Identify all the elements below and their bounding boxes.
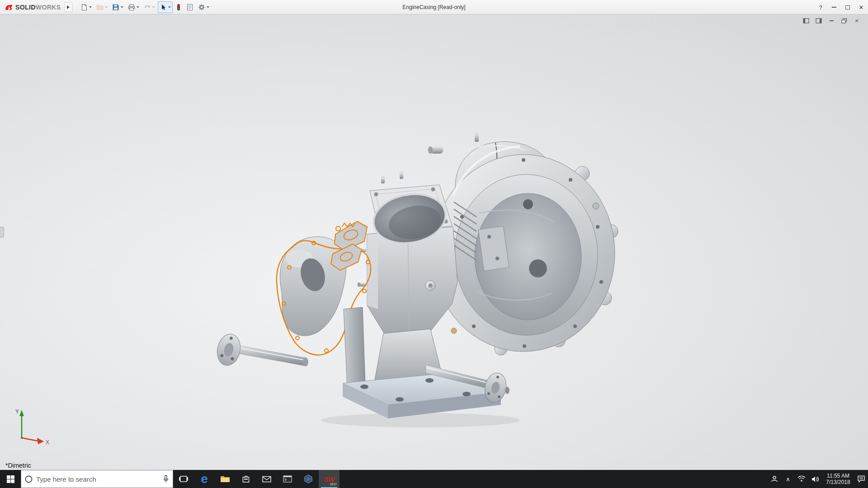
hexagon-app-icon xyxy=(304,474,313,483)
save-button[interactable] xyxy=(110,1,125,13)
brand-solid: SOLID xyxy=(15,4,36,11)
minimize-icon xyxy=(832,7,836,8)
print-button[interactable] xyxy=(126,1,141,13)
ground-shadow xyxy=(321,413,520,427)
x-axis-label: X xyxy=(46,439,49,446)
taskbar-terminal-button[interactable] xyxy=(277,470,298,488)
chevron-down-icon[interactable] xyxy=(89,6,92,8)
task-view-button[interactable] xyxy=(173,470,194,488)
orientation-triad[interactable]: Y X xyxy=(3,405,52,448)
taskbar-file-explorer-button[interactable] xyxy=(215,470,236,488)
chevron-down-icon[interactable] xyxy=(105,6,108,8)
file-properties-button[interactable] xyxy=(184,1,195,13)
options-button[interactable] xyxy=(196,1,211,13)
minimize-icon xyxy=(830,20,834,21)
mail-icon xyxy=(262,476,271,483)
y-axis-label: Y xyxy=(15,408,19,415)
sw-label: SW xyxy=(324,475,335,483)
left-shaft-part[interactable] xyxy=(214,332,308,368)
start-button[interactable] xyxy=(0,470,21,488)
save-icon xyxy=(112,4,119,11)
system-tray: ∧ 11:55 AM 7/13/2018 xyxy=(768,470,868,488)
doc-minimize-button[interactable] xyxy=(827,17,835,24)
gear-icon xyxy=(198,4,205,11)
solidworks-window: SOLIDWORKS xyxy=(0,0,868,488)
speaker-icon xyxy=(811,476,819,483)
doc-close-button[interactable]: ✕ xyxy=(853,17,861,24)
task-view-icon xyxy=(179,475,188,483)
view-orientation-label: *Dimetric xyxy=(5,462,31,469)
rebuild-button[interactable] xyxy=(174,1,184,13)
clock-date: 7/13/2018 xyxy=(823,479,854,485)
brand-text: SOLIDWORKS xyxy=(15,4,61,11)
x-axis-arrow xyxy=(37,438,44,444)
select-tool-button[interactable] xyxy=(158,1,173,13)
action-center-icon xyxy=(857,475,865,483)
open-document-button[interactable] xyxy=(94,1,109,13)
chevron-down-icon[interactable] xyxy=(152,6,155,8)
taskbar-search[interactable] xyxy=(21,470,173,488)
maximize-button[interactable] xyxy=(841,0,854,14)
new-document-icon xyxy=(80,4,88,11)
pane-left-button[interactable] xyxy=(802,17,810,24)
brand-works: WORKS xyxy=(36,4,61,11)
cursor-arrow-icon xyxy=(160,4,167,11)
document-window-controls: ✕ xyxy=(802,17,861,24)
doc-restore-button[interactable] xyxy=(840,17,848,24)
search-icon xyxy=(25,475,33,483)
ds-logo-icon xyxy=(5,4,14,11)
taskbar-solidworks-button[interactable]: SW 2017 xyxy=(319,470,340,488)
chevron-down-icon[interactable] xyxy=(137,6,139,8)
windows-logo-icon xyxy=(7,475,14,483)
new-document-button[interactable] xyxy=(79,1,94,13)
maximize-icon xyxy=(845,5,850,9)
microphone-icon[interactable] xyxy=(163,475,169,483)
taskbar-clock[interactable]: 11:55 AM 7/13/2018 xyxy=(822,473,854,485)
side-cover-part[interactable] xyxy=(280,237,346,336)
pane-left-icon xyxy=(803,18,809,23)
undo-button[interactable] xyxy=(142,1,157,13)
print-icon xyxy=(128,4,135,11)
taskbar-mail-button[interactable] xyxy=(256,470,277,488)
clock-time: 11:55 AM xyxy=(823,473,854,479)
terminal-icon xyxy=(283,475,292,483)
undo-icon xyxy=(144,4,151,11)
taskbar-store-button[interactable] xyxy=(236,470,256,488)
wifi-icon xyxy=(797,476,806,482)
restore-icon xyxy=(841,18,847,23)
search-input[interactable] xyxy=(36,475,159,483)
tray-wifi-button[interactable] xyxy=(795,470,808,488)
people-icon xyxy=(771,475,778,483)
close-button[interactable]: ✕ xyxy=(854,0,868,14)
y-axis-arrow xyxy=(19,410,24,416)
solidworks-logo: SOLIDWORKS xyxy=(0,4,64,11)
action-center-button[interactable] xyxy=(854,470,868,488)
menu-expand-button[interactable] xyxy=(64,2,72,12)
help-button[interactable]: ? xyxy=(814,0,827,14)
taskbar-edge-button[interactable]: e xyxy=(194,470,215,488)
edge-icon: e xyxy=(201,473,208,485)
tray-people-button[interactable] xyxy=(768,470,781,488)
tray-volume-button[interactable] xyxy=(808,470,822,488)
window-title: EngineCasing [Read-only] xyxy=(402,0,465,14)
chevron-down-icon[interactable] xyxy=(168,6,171,8)
tray-show-hidden-button[interactable]: ∧ xyxy=(781,470,795,488)
sw-year-badge: 2017 xyxy=(330,483,337,486)
chevron-right-icon xyxy=(66,5,70,9)
quick-access-toolbar xyxy=(79,1,211,13)
title-bar: SOLIDWORKS xyxy=(0,0,868,14)
store-icon xyxy=(242,475,250,483)
chevron-down-icon[interactable] xyxy=(121,6,123,8)
pane-right-icon xyxy=(816,18,822,23)
engine-casing-model[interactable] xyxy=(0,14,868,470)
chevron-down-icon[interactable] xyxy=(207,6,209,8)
taskbar: e xyxy=(0,470,868,488)
rebuild-icon xyxy=(175,4,182,11)
solidworks-icon: SW 2017 xyxy=(322,472,336,486)
taskbar-edrawings-button[interactable] xyxy=(298,470,319,488)
pane-right-button[interactable] xyxy=(815,17,823,24)
file-explorer-icon xyxy=(220,475,230,483)
window-controls: ? ✕ xyxy=(814,0,868,14)
minimize-button[interactable] xyxy=(827,0,841,14)
graphics-area[interactable]: ✕ xyxy=(0,14,868,470)
